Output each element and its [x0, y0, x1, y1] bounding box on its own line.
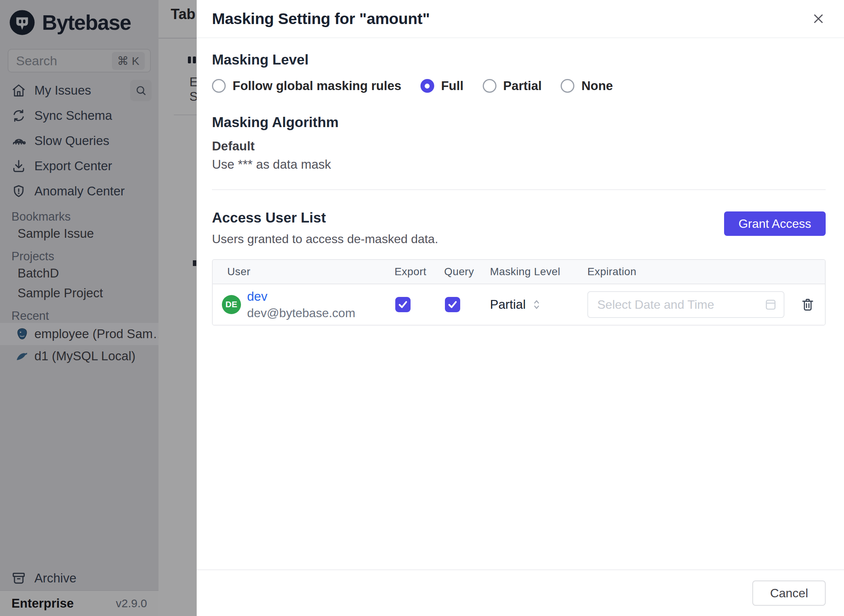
expiration-date-input[interactable] [587, 291, 784, 318]
modal-title: Masking Setting for "amount" [212, 10, 810, 28]
column-header-user: User [213, 266, 392, 278]
radio-label: Full [441, 79, 464, 93]
masking-level-radio-group: Follow global masking rules Full Partial… [212, 79, 826, 93]
masking-level-heading: Masking Level [212, 52, 826, 68]
column-header-expiration: Expiration [585, 266, 825, 278]
delete-access-button[interactable] [799, 296, 817, 313]
check-icon [397, 299, 409, 310]
column-header-query: Query [442, 266, 488, 278]
masking-algorithm-heading: Masking Algorithm [212, 114, 826, 131]
column-header-export: Export [392, 266, 442, 278]
masking-level-value: Partial [490, 297, 526, 312]
modal-footer: Cancel [197, 569, 844, 616]
radio-label: Partial [503, 79, 542, 93]
user-name-link[interactable]: dev [247, 289, 355, 304]
radio-none[interactable]: None [561, 79, 613, 93]
radio-icon [212, 79, 226, 93]
divider [212, 189, 826, 190]
radio-full[interactable]: Full [420, 79, 464, 93]
expiration-cell [585, 291, 825, 318]
modal-body: Masking Level Follow global masking rule… [197, 38, 844, 569]
grant-access-button[interactable]: Grant Access [724, 211, 826, 236]
access-user-list-heading: Access User List [212, 210, 438, 226]
trash-icon [800, 297, 815, 312]
query-cell [442, 297, 488, 312]
modal-backdrop[interactable] [0, 0, 197, 616]
avatar: DE [222, 295, 241, 314]
access-user-table: User Export Query Masking Level Expirati… [212, 259, 826, 326]
modal-header: Masking Setting for "amount" [197, 0, 844, 38]
radio-label: Follow global masking rules [233, 79, 401, 93]
access-user-list-header: Access User List Users granted to access… [212, 210, 826, 246]
radio-icon [561, 79, 574, 93]
user-cell: DE dev dev@bytebase.com [213, 289, 392, 320]
radio-icon [483, 79, 496, 93]
radio-label: None [581, 79, 613, 93]
column-header-masking-level: Masking Level [488, 266, 585, 278]
table-header-row: User Export Query Masking Level Expirati… [213, 260, 825, 284]
algorithm-name: Default [212, 139, 826, 153]
access-user-list-subtitle: Users granted to access de-masked data. [212, 232, 438, 246]
check-icon [447, 299, 458, 310]
radio-icon [420, 79, 434, 93]
masking-level-select[interactable]: Partial [488, 297, 585, 312]
close-icon [812, 12, 825, 26]
radio-follow-global-rules[interactable]: Follow global masking rules [212, 79, 401, 93]
select-chevrons-icon [532, 298, 541, 311]
query-checkbox[interactable] [445, 297, 460, 312]
radio-partial[interactable]: Partial [483, 79, 542, 93]
close-button[interactable] [810, 10, 827, 27]
user-email: dev@bytebase.com [247, 306, 355, 320]
cancel-button[interactable]: Cancel [752, 581, 826, 606]
export-cell [392, 297, 442, 312]
export-checkbox[interactable] [395, 297, 411, 312]
masking-setting-modal: Masking Setting for "amount" Masking Lev… [197, 0, 844, 616]
algorithm-description: Use *** as data mask [212, 157, 826, 172]
table-row: DE dev dev@bytebase.com [213, 284, 825, 325]
